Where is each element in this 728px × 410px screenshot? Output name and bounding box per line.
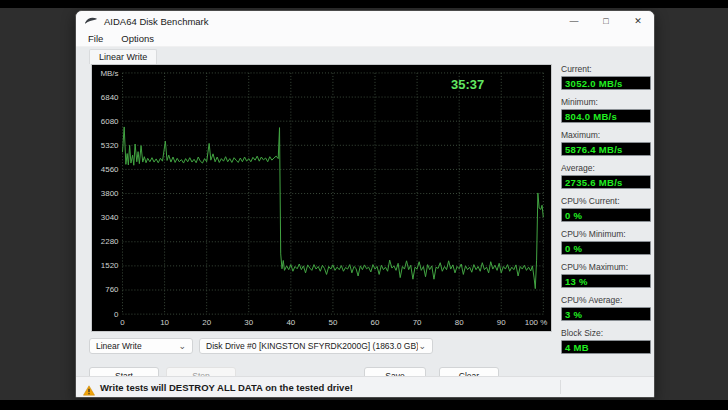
stat-cpu-minimum: CPU% Minimum:0 % [561,229,651,255]
chart-grid [122,73,543,314]
chart-axis-labels: 076015202280304038004560532060806840MB/s… [100,69,547,327]
window-title: AIDA64 Disk Benchmark [104,16,209,27]
stat-average-label: Average: [561,163,651,173]
stat-maximum: Maximum:5876.4 MB/s [561,130,651,156]
window-controls: — □ ✕ [558,11,654,31]
x-tick-label: 60 [371,318,380,327]
stat-cpu-average-label: CPU% Average: [561,295,651,305]
x-tick-label: 0 [120,318,125,327]
y-tick-label: 1520 [101,261,119,270]
y-tick-label: 2280 [101,237,119,246]
stat-block-size-label: Block Size: [561,328,651,338]
y-tick-label: 3040 [101,213,119,222]
stat-current-value: 3052.0 MB/s [561,76,651,90]
stat-cpu-maximum-value: 13 % [561,274,651,288]
stat-maximum-label: Maximum: [561,130,651,140]
stat-cpu-current: CPU% Current:0 % [561,196,651,222]
stat-cpu-maximum: CPU% Maximum:13 % [561,262,651,288]
chart-svg: 076015202280304038004560532060806840MB/s… [92,65,551,331]
stat-minimum-label: Minimum: [561,97,651,107]
stat-block-size: Block Size:4 MB [561,328,651,354]
x-tick-label: 10 [160,318,169,327]
stat-cpu-average-value: 3 % [561,307,651,321]
y-axis-title: MB/s [100,69,118,78]
menu-options[interactable]: Options [121,33,154,44]
y-tick-label: 6080 [101,117,119,126]
chevron-down-icon: ⌄ [418,343,426,349]
statusbar-divider [560,380,561,394]
stat-maximum-value: 5876.4 MB/s [561,142,651,156]
menu-bar: File Options [76,31,654,47]
letterbox-bottom [0,400,728,410]
stat-cpu-average: CPU% Average:3 % [561,295,651,321]
stat-average-value: 2735.6 MB/s [561,175,651,189]
stats-panel: Current:3052.0 MB/sMinimum:804.0 MB/sMax… [561,64,651,361]
close-button[interactable]: ✕ [622,11,654,31]
status-bar: Write tests will DESTROY ALL DATA on the… [76,376,654,397]
aida64-disk-benchmark-window: AIDA64 Disk Benchmark — □ ✕ File Options… [75,10,655,398]
stat-current: Current:3052.0 MB/s [561,64,651,90]
drive-value: Disk Drive #0 [KINGSTON SFYRDK2000G] (18… [206,341,418,351]
warning-icon [83,382,95,393]
stat-cpu-minimum-value: 0 % [561,241,651,255]
stat-block-size-value: 4 MB [561,340,651,354]
x-tick-label: 20 [202,318,211,327]
letterbox-top [0,0,728,8]
stat-cpu-minimum-label: CPU% Minimum: [561,229,651,239]
x-tick-label: 30 [244,318,253,327]
title-bar: AIDA64 Disk Benchmark — □ ✕ [76,11,654,31]
benchmark-chart: 076015202280304038004560532060806840MB/s… [91,64,552,332]
stat-minimum-value: 804.0 MB/s [561,109,651,123]
drive-select[interactable]: Disk Drive #0 [KINGSTON SFYRDK2000G] (18… [199,338,433,354]
stat-average: Average:2735.6 MB/s [561,163,651,189]
menu-file[interactable]: File [88,33,103,44]
elapsed-time: 35:37 [451,77,484,92]
minimize-button[interactable]: — [558,11,590,31]
test-type-value: Linear Write [96,341,142,351]
x-tick-label: 50 [328,318,337,327]
stat-current-label: Current: [561,64,651,74]
x-tick-label: 80 [455,318,464,327]
aida64-app-icon [84,15,98,27]
tab-linear-write[interactable]: Linear Write [89,49,157,64]
client-area: Linear Write 076015202280304038004560532… [76,47,654,376]
x-tick-label: 70 [413,318,422,327]
y-tick-label: 3800 [101,189,119,198]
y-tick-label: 6840 [101,93,119,102]
warning-text: Write tests will DESTROY ALL DATA on the… [100,382,353,393]
y-tick-label: 5320 [101,141,119,150]
y-tick-label: 0 [114,310,119,319]
x-tick-label: 100 % [525,318,548,327]
stat-cpu-maximum-label: CPU% Maximum: [561,262,651,272]
test-type-select[interactable]: Linear Write ⌄ [89,338,193,354]
stat-cpu-current-value: 0 % [561,208,651,222]
x-tick-label: 90 [497,318,506,327]
maximize-button[interactable]: □ [590,11,622,31]
x-tick-label: 40 [286,318,295,327]
y-tick-label: 4560 [101,165,119,174]
stat-cpu-current-label: CPU% Current: [561,196,651,206]
chevron-down-icon: ⌄ [178,343,186,349]
y-tick-label: 760 [105,285,119,294]
stat-minimum: Minimum:804.0 MB/s [561,97,651,123]
